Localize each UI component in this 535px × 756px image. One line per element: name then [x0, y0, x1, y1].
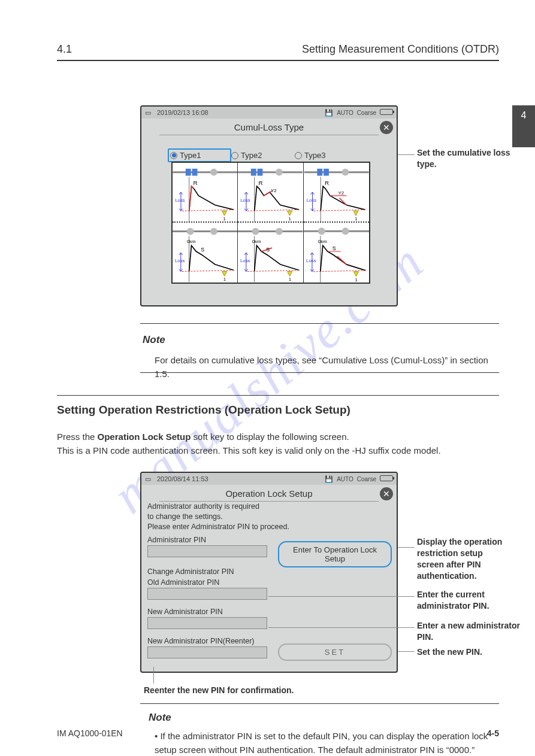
set-pin-button[interactable]: SET [278, 643, 392, 661]
old-pin-label: Old Administrator PIN [147, 578, 391, 587]
annot-reenter: Reenter the new PIN for confirmation. [144, 685, 335, 696]
panel2-title: Operation Lock Setup [159, 488, 379, 502]
old-pin-input[interactable] [147, 588, 267, 600]
close-icon[interactable]: ✕ [380, 121, 393, 134]
svg-marker-9 [222, 211, 227, 215]
status-datetime-2: 2020/08/14 11:53 [157, 475, 208, 482]
thumb-type3-top: R Y2 Loss 1 [304, 163, 369, 223]
svg-text:Loss: Loss [241, 198, 251, 203]
thumb-type3-bot: 0km S Loss 1 [304, 223, 369, 283]
note-label-2: Note [149, 710, 499, 725]
svg-marker-72 [353, 272, 358, 277]
new-pin-reenter-input[interactable] [147, 646, 267, 658]
battery-icon [380, 109, 393, 116]
status-scale-2: Coarse [357, 476, 376, 482]
svg-text:S: S [201, 247, 204, 253]
status-bar: ▭ 2019/02/13 16:08 💾AUTO Coarse [141, 107, 397, 119]
svg-rect-12 [251, 169, 256, 176]
svg-text:Loss: Loss [306, 198, 316, 203]
svg-marker-36 [353, 211, 358, 215]
panel1-annotation: Set the cumulative loss type. [417, 147, 519, 170]
svg-marker-59 [288, 272, 292, 277]
svg-point-39 [187, 228, 194, 235]
svg-text:Y2: Y2 [271, 188, 277, 193]
cumul-loss-panel: ▭ 2019/02/13 16:08 💾AUTO Coarse ✕ Cumul-… [140, 105, 398, 306]
manual-id: IM AQ1000-01EN [57, 728, 123, 738]
svg-text:1: 1 [289, 216, 291, 221]
note-label: Note [143, 334, 165, 345]
thumb-type1-bot: 0km S Loss 1 [173, 223, 238, 283]
svg-marker-47 [222, 272, 227, 277]
svg-point-40 [210, 228, 217, 235]
new-pin-label: New Administrator PIN [147, 608, 391, 616]
change-pin-section: Change Administrator PIN [147, 567, 391, 576]
status-scale: Coarse [357, 110, 376, 116]
operation-lock-panel: ▭ 2020/08/14 11:53 💾AUTO Coarse ✕ Operat… [140, 472, 398, 673]
note-text: For details on cumulative loss types, se… [155, 353, 499, 381]
radio-type2[interactable]: Type2 [231, 148, 295, 162]
page-number: 4-5 [487, 728, 499, 738]
radio-type1[interactable]: Type1 [168, 148, 231, 162]
svg-text:0km: 0km [252, 239, 261, 244]
svg-rect-26 [324, 169, 329, 176]
svg-text:S: S [267, 247, 270, 253]
svg-text:0km: 0km [318, 239, 327, 244]
svg-text:R: R [194, 180, 198, 186]
svg-text:1: 1 [355, 277, 358, 283]
svg-marker-22 [288, 211, 292, 215]
svg-rect-13 [258, 169, 263, 176]
svg-point-62 [318, 227, 325, 235]
svg-text:Loss: Loss [175, 258, 185, 263]
enter-operation-lock-button[interactable]: Enter To Operation Lock Setup [278, 541, 392, 567]
mid-body: Press the Operation Lock Setup soft key … [57, 430, 499, 458]
side-tab: 4 [512, 105, 535, 147]
svg-rect-1 [186, 169, 191, 176]
status-save-mode-2: AUTO [337, 476, 353, 482]
svg-point-3 [210, 169, 217, 176]
status-bar-2: ▭ 2020/08/14 11:53 💾AUTO Coarse [141, 473, 397, 485]
svg-text:R: R [325, 180, 329, 186]
svg-line-67 [337, 256, 346, 265]
side-tab-number: 4 [512, 105, 535, 121]
auth-message: Administrator authority is required to c… [147, 502, 391, 532]
svg-text:Loss: Loss [306, 258, 316, 263]
annot-new-pin: Enter a new administrator PIN. [417, 620, 525, 643]
type-radio-group: Type1 Type2 Type3 [171, 148, 373, 162]
page-footer: IM AQ1000-01EN 4-5 [57, 728, 499, 738]
svg-text:Loss: Loss [175, 198, 185, 203]
svg-point-14 [276, 169, 283, 176]
svg-text:Loss: Loss [240, 258, 250, 263]
section-number: 4.1 [57, 43, 72, 56]
svg-text:R: R [259, 180, 263, 186]
svg-point-27 [341, 169, 349, 176]
type-thumbnails: R Loss 1 R [171, 162, 370, 284]
admin-pin-input[interactable] [147, 545, 267, 557]
section-title: Setting Measurement Conditions (OTDR) [302, 43, 499, 56]
thumb-type2-top: R Y2 Loss 1 [238, 163, 303, 223]
svg-point-63 [341, 227, 349, 235]
save-icon: 💾 [325, 109, 333, 117]
annot-enter: Display the operation restriction setup … [417, 536, 525, 582]
status-datetime: 2019/02/13 16:08 [157, 109, 208, 116]
annot-set: Set the new PIN. [417, 646, 513, 658]
thumb-type1-top: R Loss 1 [173, 163, 238, 223]
radio-type3[interactable]: Type3 [295, 148, 358, 162]
annot-old-pin: Enter the current administrator PIN. [417, 589, 525, 612]
svg-text:1: 1 [289, 277, 291, 282]
svg-text:Y2: Y2 [338, 190, 344, 196]
new-pin-input[interactable] [147, 617, 267, 629]
svg-point-51 [276, 228, 283, 235]
mid-heading: Setting Operation Restrictions (Operatio… [57, 401, 499, 418]
svg-rect-25 [317, 169, 322, 176]
file-icon: ▭ [145, 109, 151, 117]
status-save-mode: AUTO [337, 110, 353, 116]
save-icon: 💾 [325, 475, 333, 483]
close-icon[interactable]: ✕ [380, 487, 393, 500]
panel1-title: Cumul-Loss Type [159, 122, 379, 135]
svg-text:S: S [332, 245, 335, 251]
battery-icon [380, 475, 393, 482]
svg-point-50 [252, 228, 259, 235]
svg-text:1: 1 [355, 216, 357, 221]
thumb-type2-bot: 0km S Loss 1 [238, 223, 303, 283]
svg-rect-2 [192, 169, 198, 176]
